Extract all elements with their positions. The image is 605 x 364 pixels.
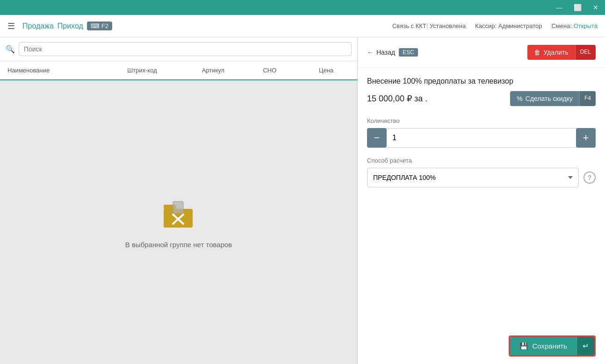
help-icon[interactable]: ?	[583, 171, 596, 184]
table-header: Наименование Штрих-код Артикул СНО Цена	[0, 61, 357, 80]
search-bar: 🔍	[0, 37, 357, 61]
svg-rect-3	[173, 201, 183, 214]
method-select[interactable]: ПРЕДОПЛАТА 100% ПОЛНАЯ ОПЛАТА АВАНС ЧАСТ…	[367, 168, 579, 187]
empty-text: В выбранной группе нет товаров	[125, 241, 232, 249]
col-article: Артикул	[182, 65, 245, 76]
empty-folder-icon	[160, 196, 197, 233]
save-icon: 💾	[519, 342, 528, 350]
titlebar: — ⬜ ✕	[0, 0, 605, 15]
header-status: Связь с ККТ: Установлена Кассир: Админис…	[392, 22, 598, 29]
col-barcode: Штрих-код	[102, 65, 182, 76]
back-label: Назад	[376, 49, 395, 56]
delete-group: 🗑 Удалить DEL	[527, 45, 596, 60]
main-layout: 🔍 Наименование Штрих-код Артикул СНО Цен…	[0, 37, 605, 364]
method-row: ПРЕДОПЛАТА 100% ПОЛНАЯ ОПЛАТА АВАНС ЧАСТ…	[367, 168, 596, 187]
item-price: 15 000,00 ₽ за .	[367, 93, 427, 104]
col-name: Наименование	[0, 65, 102, 76]
nav-sale[interactable]: Продажа	[22, 22, 54, 30]
empty-state: В выбранной группе нет товаров	[0, 80, 357, 364]
quantity-decrease-button[interactable]: −	[367, 128, 387, 148]
right-body: Внесение 100% предоплаты за телевизор 15…	[358, 68, 605, 328]
save-button[interactable]: 💾 Сохранить	[510, 337, 576, 355]
percent-icon: %	[517, 95, 522, 102]
maximize-button[interactable]: ⬜	[571, 3, 584, 12]
f4-badge: F4	[579, 91, 596, 106]
discount-button[interactable]: % Сделать скидку	[510, 91, 579, 106]
menu-icon[interactable]: ☰	[7, 21, 15, 31]
esc-badge: ESC	[399, 48, 418, 57]
item-price-row: 15 000,00 ₽ за . % Сделать скидку F4	[367, 91, 596, 106]
search-input[interactable]	[19, 42, 352, 56]
f2-label: F2	[101, 22, 108, 29]
search-icon: 🔍	[6, 45, 15, 54]
col-sno: СНО	[244, 65, 295, 76]
back-arrow-icon: ←	[367, 49, 374, 56]
del-badge: DEL	[575, 45, 596, 60]
right-panel: ← Назад ESC 🗑 Удалить DEL Внесение 100% …	[358, 37, 605, 364]
right-footer: 💾 Сохранить ↵	[358, 328, 605, 364]
quantity-increase-button[interactable]: +	[576, 128, 596, 148]
shift-status: Открыта	[574, 22, 598, 29]
col-price: Цена	[295, 65, 357, 76]
item-title: Внесение 100% предоплаты за телевизор	[367, 77, 596, 86]
connection-status: Связь с ККТ: Установлена	[392, 22, 466, 29]
discount-group: % Сделать скидку F4	[510, 91, 596, 106]
close-button[interactable]: ✕	[590, 3, 601, 12]
save-btn-group: 💾 Сохранить ↵	[509, 335, 596, 357]
nav-receipt[interactable]: Приход	[58, 22, 83, 30]
discount-label: Сделать скидку	[526, 95, 573, 102]
header: ☰ Продажа Приход ⌨ F2 Связь с ККТ: Устан…	[0, 15, 605, 37]
header-nav: Продажа Приход ⌨ F2	[22, 21, 112, 30]
cashier-info: Кассир: Администратор	[475, 22, 542, 29]
keyboard-icon: ⌨	[91, 22, 100, 29]
trash-icon: 🗑	[534, 49, 540, 56]
quantity-row: − +	[367, 128, 596, 148]
quantity-label: Количество	[367, 117, 596, 124]
delete-label: Удалить	[543, 49, 568, 56]
quantity-input[interactable]	[387, 128, 576, 148]
back-button[interactable]: ← Назад	[367, 49, 395, 56]
right-header: ← Назад ESC 🗑 Удалить DEL	[358, 37, 605, 68]
minimize-button[interactable]: —	[553, 3, 565, 12]
enter-badge: ↵	[576, 337, 594, 355]
shift-info: Смена: Открыта	[551, 22, 598, 29]
f2-badge[interactable]: ⌨ F2	[87, 21, 112, 30]
delete-button[interactable]: 🗑 Удалить	[527, 45, 575, 60]
left-panel: 🔍 Наименование Штрих-код Артикул СНО Цен…	[0, 37, 358, 364]
method-label: Способ расчета	[367, 157, 596, 164]
save-label: Сохранить	[532, 342, 567, 350]
